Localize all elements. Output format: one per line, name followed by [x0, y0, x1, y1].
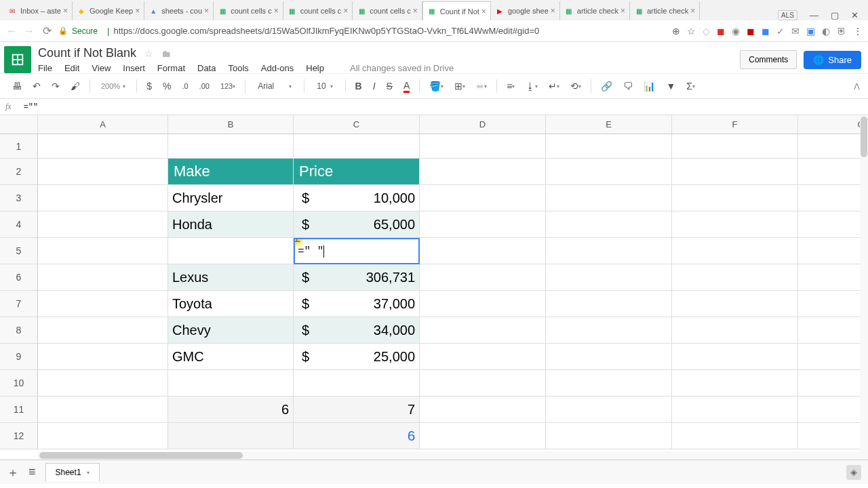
redo-icon[interactable]: ↷: [47, 78, 64, 94]
cell[interactable]: [546, 396, 672, 423]
cell[interactable]: [672, 211, 798, 238]
zoom-select[interactable]: 200%▾: [96, 82, 131, 90]
close-icon[interactable]: ×: [272, 6, 279, 16]
cell[interactable]: [672, 370, 798, 396]
row-header[interactable]: 11: [0, 396, 38, 423]
cell[interactable]: [798, 291, 868, 317]
cell[interactable]: [546, 238, 672, 264]
row-header[interactable]: 12: [0, 423, 38, 449]
cell[interactable]: [546, 317, 672, 344]
cell[interactable]: [672, 396, 798, 423]
ext-icon[interactable]: ◼: [717, 26, 725, 37]
vertical-scrollbar[interactable]: [860, 115, 868, 460]
ext-icon[interactable]: ◼: [762, 26, 770, 37]
cell[interactable]: [420, 370, 546, 396]
cell[interactable]: [420, 134, 546, 159]
borders-icon[interactable]: ⊞▾: [450, 78, 469, 94]
v-align-icon[interactable]: ⭳▾: [521, 78, 542, 94]
filter-icon[interactable]: ▼: [662, 78, 679, 94]
menu-addons[interactable]: Add-ons: [261, 63, 294, 73]
browser-tab[interactable]: ◆Google Keep×: [73, 1, 144, 20]
column-header[interactable]: D: [420, 115, 546, 134]
cell[interactable]: [546, 264, 672, 291]
ext-icon[interactable]: ◉: [732, 26, 740, 37]
cell[interactable]: [546, 291, 672, 317]
more-formats[interactable]: 123▾: [216, 79, 239, 93]
cell[interactable]: [798, 211, 868, 238]
comments-button[interactable]: Comments: [740, 50, 797, 69]
cell[interactable]: [672, 423, 798, 449]
comment-icon[interactable]: 🗨: [619, 78, 637, 94]
add-sheet-button[interactable]: ＋: [7, 464, 19, 481]
cell-make[interactable]: Honda: [168, 211, 294, 238]
ext-icon[interactable]: ◼: [747, 26, 755, 37]
cell[interactable]: [672, 317, 798, 344]
close-icon[interactable]: ×: [61, 6, 68, 16]
row-header[interactable]: 5: [0, 238, 38, 264]
browser-tab[interactable]: ▶google shee×: [491, 1, 560, 20]
ext-icon[interactable]: ◇: [703, 26, 710, 37]
strikethrough-icon[interactable]: S: [382, 78, 397, 94]
browser-tab[interactable]: ▦article check×: [630, 1, 700, 20]
horizontal-scrollbar[interactable]: [38, 451, 860, 460]
cell[interactable]: [546, 423, 672, 449]
cell[interactable]: [294, 134, 420, 159]
menu-format[interactable]: Format: [157, 63, 185, 73]
browser-tab[interactable]: ✉Inbox – aste×: [3, 1, 73, 20]
reload-button[interactable]: ⟳: [41, 24, 53, 37]
cell[interactable]: [420, 396, 546, 423]
chevron-down-icon[interactable]: ▾: [87, 470, 90, 476]
row-header[interactable]: 7: [0, 291, 38, 317]
all-sheets-button[interactable]: ≡: [28, 465, 36, 479]
menu-insert[interactable]: Insert: [123, 63, 145, 73]
close-window-icon[interactable]: ✕: [851, 10, 859, 20]
row-header[interactable]: 4: [0, 211, 38, 238]
menu-help[interactable]: Help: [306, 63, 324, 73]
rotate-icon[interactable]: ⟲▾: [566, 78, 585, 94]
cell[interactable]: [672, 344, 798, 370]
text-color-icon[interactable]: A: [399, 77, 414, 96]
user-badge[interactable]: ALS: [778, 10, 797, 20]
formula-bar[interactable]: fx ="": [0, 99, 868, 115]
cell[interactable]: [38, 291, 168, 317]
cell[interactable]: [798, 185, 868, 211]
folder-icon[interactable]: 🖿: [161, 48, 171, 59]
print-icon[interactable]: 🖶: [8, 78, 26, 94]
decrease-decimal-icon[interactable]: .0: [178, 79, 192, 93]
maximize-icon[interactable]: ▢: [831, 10, 839, 20]
row-header[interactable]: 9: [0, 344, 38, 370]
cell[interactable]: [420, 344, 546, 370]
cell-make[interactable]: Toyota: [168, 291, 294, 317]
cell[interactable]: [798, 238, 868, 264]
chart-icon[interactable]: 📊: [639, 78, 659, 94]
cell[interactable]: [546, 185, 672, 211]
cell[interactable]: [420, 317, 546, 344]
ext-icon[interactable]: ⛨: [837, 26, 846, 37]
table-header-price[interactable]: Price: [294, 159, 420, 185]
browser-tab[interactable]: ▦article check×: [560, 1, 630, 20]
column-header[interactable]: C: [294, 115, 420, 134]
cell-price[interactable]: $306,731: [294, 264, 420, 291]
cell[interactable]: [38, 370, 168, 396]
sheet-tab[interactable]: Sheet1 ▾: [45, 463, 100, 481]
row-header[interactable]: 1: [0, 134, 38, 159]
cell[interactable]: [420, 238, 546, 264]
star-icon[interactable]: ☆: [687, 26, 696, 37]
row-header[interactable]: 6: [0, 264, 38, 291]
cell[interactable]: [798, 159, 868, 185]
sheets-logo-icon[interactable]: [4, 46, 31, 73]
cell-price[interactable]: $65,000: [294, 211, 420, 238]
fill-color-icon[interactable]: 🪣▾: [425, 78, 448, 94]
cell[interactable]: [168, 423, 294, 449]
cell[interactable]: [546, 370, 672, 396]
row-header[interactable]: 2: [0, 159, 38, 185]
browser-tab[interactable]: ▦count cells c×: [283, 1, 353, 20]
back-button[interactable]: ←: [5, 25, 18, 37]
increase-decimal-icon[interactable]: .00: [195, 79, 214, 93]
h-align-icon[interactable]: ≡▾: [502, 78, 519, 94]
menu-view[interactable]: View: [92, 63, 111, 73]
share-button[interactable]: 🌐 Share: [804, 51, 861, 69]
ext-icon[interactable]: ◐: [822, 26, 830, 37]
cell[interactable]: [798, 134, 868, 159]
column-header[interactable]: G: [798, 115, 868, 134]
